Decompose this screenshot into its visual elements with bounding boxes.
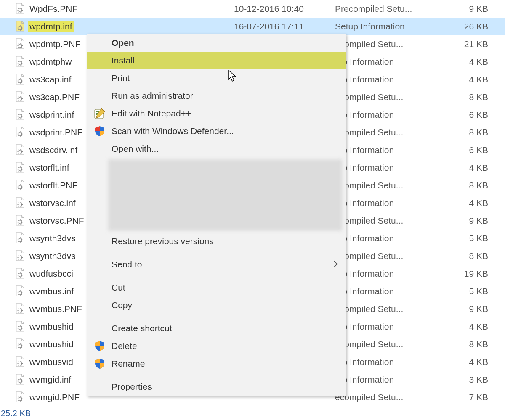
file-size: 8 KB (444, 92, 505, 102)
svg-line-88 (18, 171, 19, 171)
file-size: 21 KB (444, 39, 505, 49)
svg-line-33 (21, 65, 22, 65)
svg-line-41 (18, 79, 19, 79)
svg-line-7 (18, 12, 19, 12)
file-type: tup Information (335, 163, 444, 173)
svg-line-158 (18, 309, 19, 309)
pnf-file-icon (15, 338, 25, 350)
svg-line-80 (21, 150, 22, 150)
svg-line-196 (18, 383, 19, 383)
svg-line-186 (21, 365, 22, 365)
file-size: 4 KB (444, 322, 505, 332)
menu-create-shortcut[interactable]: Create shortcut (87, 320, 346, 337)
svg-line-124 (18, 241, 19, 242)
file-type: tup Information (335, 357, 444, 367)
menu-cut[interactable]: Cut (87, 279, 346, 296)
svg-line-178 (18, 347, 19, 348)
svg-line-141 (21, 277, 22, 277)
file-name: wstorvsc.PNF (29, 216, 84, 226)
pnf-file-icon (15, 127, 25, 138)
file-size: 4 KB (444, 198, 505, 208)
menu-scan-with-defender[interactable]: Scan with Windows Defender... (87, 122, 346, 140)
menu-open[interactable]: Open (87, 34, 346, 52)
menu-rename[interactable]: Rename (87, 355, 346, 372)
svg-line-114 (21, 224, 22, 224)
svg-line-50 (18, 97, 19, 97)
svg-line-134 (21, 256, 22, 256)
menu-separator (108, 375, 341, 375)
file-type: tup Information (335, 286, 444, 296)
svg-line-24 (21, 47, 22, 48)
file-size: 26 KB (444, 21, 505, 32)
file-type: tup Information (335, 269, 444, 279)
file-date: 10-12-2016 10:40 (234, 4, 335, 14)
menu-install[interactable]: Install (87, 52, 346, 69)
file-type: ecompiled Setu... (335, 216, 444, 226)
svg-line-131 (18, 256, 19, 256)
svg-line-70 (18, 135, 19, 136)
svg-line-42 (21, 82, 22, 83)
file-type: ecompiled Setu... (335, 39, 444, 49)
svg-line-170 (21, 326, 22, 327)
file-size: 6 KB (444, 145, 505, 155)
svg-line-140 (18, 273, 19, 274)
file-size: 9 KB (444, 216, 505, 226)
inf-file-icon (15, 285, 25, 297)
menu-run-as-administrator[interactable]: Run as administrator (87, 87, 346, 105)
file-name: wpdmtp.inf (28, 21, 74, 32)
menu-separator (108, 317, 341, 317)
file-name: ws3cap.inf (29, 74, 71, 85)
context-menu: Open Install Print Run as administrator … (87, 34, 346, 396)
svg-line-77 (18, 150, 19, 150)
svg-line-15 (21, 29, 22, 30)
file-name: wstorflt.inf (29, 163, 69, 173)
file-type: Precompiled Setu... (335, 4, 444, 14)
file-type: tup Information (335, 110, 444, 120)
file-row[interactable]: wpdmtp.inf16-07-2016 17:11Setup Informat… (0, 18, 505, 35)
menu-copy[interactable]: Copy (87, 296, 346, 314)
file-size: 7 KB (444, 392, 505, 402)
svg-line-87 (21, 171, 22, 171)
svg-line-105 (21, 206, 22, 206)
file-name: wvmbusvid (29, 357, 73, 367)
file-row[interactable]: WpdFs.PNF10-12-2016 10:40Precompiled Set… (0, 0, 505, 18)
file-name: wvmgid.inf (29, 375, 71, 385)
file-explorer-pane: WpdFs.PNF10-12-2016 10:40Precompiled Set… (0, 0, 505, 420)
menu-print[interactable]: Print (87, 69, 346, 87)
menu-properties[interactable]: Properties (87, 378, 346, 396)
submenu-arrow-icon (334, 259, 338, 269)
file-name: ws3cap.PNF (29, 92, 80, 102)
svg-line-79 (18, 153, 19, 153)
svg-line-17 (21, 26, 22, 26)
file-size: 9 KB (444, 304, 505, 314)
pnf-file-icon (15, 3, 25, 15)
menu-open-with[interactable]: Open with... (87, 140, 346, 158)
svg-line-60 (21, 118, 22, 118)
menu-restore-previous-versions[interactable]: Restore previous versions (87, 232, 346, 250)
svg-line-142 (18, 277, 19, 277)
uac-shield-icon (94, 340, 106, 352)
svg-line-71 (21, 132, 22, 132)
svg-line-149 (18, 291, 19, 291)
file-type: tup Information (335, 74, 444, 85)
svg-line-6 (21, 12, 22, 12)
uac-shield-icon (94, 358, 106, 370)
svg-line-185 (18, 362, 19, 362)
file-name: wsdprint.PNF (29, 127, 82, 137)
svg-line-179 (21, 344, 22, 344)
svg-line-159 (21, 312, 22, 312)
menu-separator (108, 276, 341, 276)
file-name: wsynth3dvs (29, 251, 76, 261)
svg-line-52 (18, 100, 19, 100)
svg-line-62 (21, 114, 22, 115)
inf-file-icon (15, 232, 25, 244)
menu-edit-with-notepadpp[interactable]: Edit with Notepad++ (87, 105, 346, 122)
file-size: 3 KB (444, 375, 505, 385)
pnf-file-icon (15, 215, 25, 227)
menu-delete[interactable]: Delete (87, 337, 346, 355)
menu-send-to[interactable]: Send to (87, 256, 346, 273)
svg-line-161 (21, 309, 22, 309)
svg-line-113 (18, 220, 19, 221)
svg-line-61 (18, 118, 19, 118)
file-type: Setup Information (335, 21, 444, 32)
